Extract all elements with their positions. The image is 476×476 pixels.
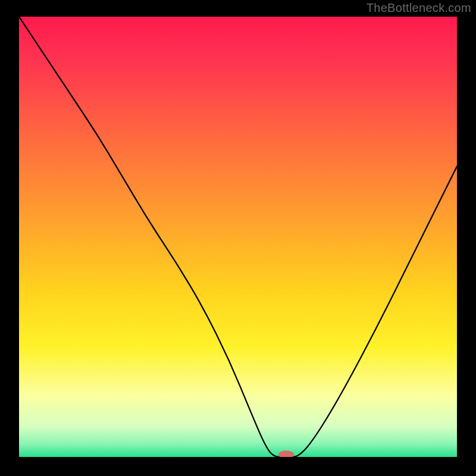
gradient-background [19,17,457,457]
bottleneck-chart [19,17,457,457]
plot-area [19,17,457,457]
chart-container: TheBottleneck.com [0,0,476,476]
watermark-text: TheBottleneck.com [367,1,471,15]
